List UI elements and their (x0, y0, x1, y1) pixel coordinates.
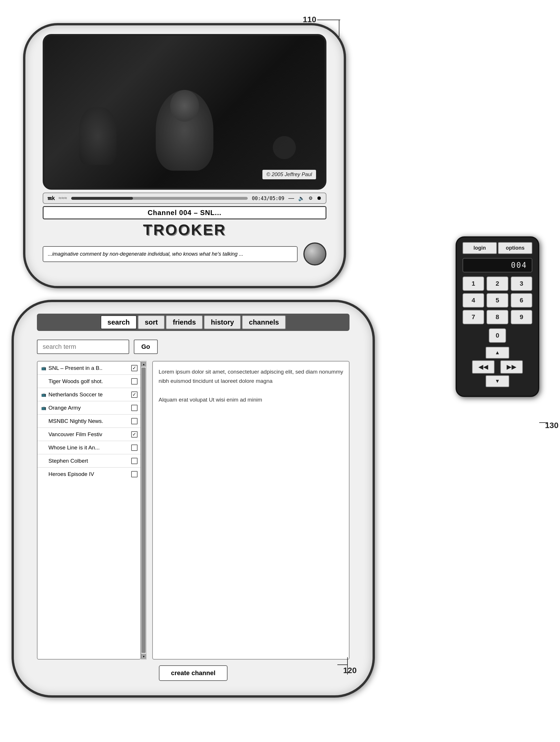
item-icon (40, 444, 47, 451)
record-icon[interactable]: ⏺ (317, 195, 322, 201)
item-icon (40, 378, 47, 384)
nav-left-button[interactable]: ◀◀ (472, 360, 495, 374)
item-label: MSNBC Nightly News. (48, 418, 130, 424)
tv-logo: 𝖒𝗄 (47, 195, 54, 202)
list-item[interactable]: Vancouver Film Festiv (38, 428, 141, 441)
scroll-down-btn[interactable]: ▼ (141, 654, 146, 659)
item-icon (40, 418, 47, 424)
bracket-line-120b (347, 657, 348, 675)
progress-bar[interactable] (71, 197, 248, 200)
num-btn-4[interactable]: 4 (463, 293, 484, 308)
eq-icon: ≈≈≈ (58, 195, 67, 201)
nav-right-button[interactable]: ▶▶ (500, 360, 523, 374)
item-check[interactable] (131, 405, 138, 411)
item-check[interactable] (131, 418, 138, 424)
list-item[interactable]: 📺 Netherlands Soccer te (38, 388, 141, 401)
num-btn-9[interactable]: 9 (511, 310, 532, 324)
numpad: 1 2 3 4 5 6 7 8 9 (463, 276, 532, 324)
tab-search[interactable]: search (101, 315, 137, 329)
list-with-scroll: 📺 SNL – Present in a B.. Tiger Woods gol… (37, 361, 147, 659)
num-btn-1[interactable]: 1 (463, 276, 484, 291)
num-btn-5[interactable]: 5 (487, 293, 508, 308)
copyright-text: © 2005 Jeffrey Paul (262, 170, 316, 179)
bracket-line-130 (539, 422, 548, 423)
num-btn-2[interactable]: 2 (487, 276, 508, 291)
item-label: Orange Army (48, 405, 130, 411)
item-check[interactable] (131, 444, 138, 451)
item-check[interactable] (131, 431, 138, 438)
item-icon: 📺 (40, 391, 47, 398)
item-icon: 📺 (40, 365, 47, 371)
item-label: Whose Line is it An... (48, 444, 130, 451)
tv-lower: search sort friends history channels Go … (11, 300, 375, 698)
label-110: 110 (303, 15, 316, 24)
options-button[interactable]: options (498, 242, 532, 254)
list-item[interactable]: Whose Line is it An... (38, 441, 141, 454)
item-check[interactable] (131, 365, 138, 371)
item-check[interactable] (131, 391, 138, 398)
tab-history[interactable]: history (204, 315, 241, 329)
separator-line: — (288, 195, 294, 202)
settings-icon[interactable]: ⚙ (309, 196, 313, 201)
item-check[interactable] (131, 471, 138, 477)
nav-down-button[interactable]: ▼ (486, 375, 509, 387)
num-btn-0[interactable]: 0 (489, 328, 506, 343)
item-label: Netherlands Soccer te (48, 391, 130, 398)
remote-top-buttons: login options (463, 242, 532, 254)
remote-control: login options 004 1 2 3 4 5 6 7 8 9 0 ▲ … (456, 236, 539, 397)
num-btn-7[interactable]: 7 (463, 310, 484, 324)
bracket-line-120 (338, 665, 348, 665)
comment-box: ...imaginative comment by non-degenerate… (43, 246, 298, 262)
label-120: 120 (343, 666, 357, 675)
item-label: Tiger Woods golf shot. (48, 378, 130, 384)
zero-row: 0 (463, 328, 532, 343)
remote-nav: ▲ ◀◀ ▶▶ ▼ (463, 347, 532, 387)
controls-bar: 𝖒𝗄 ≈≈≈ 00:43/05:09 — 🔈 ⚙ ⏺ (43, 193, 326, 204)
search-input[interactable] (37, 339, 129, 354)
playback-time: 00:43/05:09 (252, 196, 284, 201)
list-item[interactable]: 📺 SNL – Present in a B.. (38, 362, 141, 375)
channel-display: 004 (463, 258, 532, 272)
login-button[interactable]: login (463, 242, 497, 254)
item-label: Vancouver Film Festiv (48, 431, 130, 438)
bracket-line (317, 19, 340, 20)
tv-upper: © 2005 Jeffrey Paul 𝖒𝗄 ≈≈≈ 00:43/05:09 —… (23, 23, 346, 288)
tab-friends[interactable]: friends (166, 315, 203, 329)
item-label: SNL – Present in a B.. (48, 365, 130, 371)
go-button[interactable]: Go (134, 339, 158, 354)
scroll-thumb[interactable] (142, 368, 146, 653)
list-item[interactable]: 📺 Orange Army (38, 401, 141, 415)
scroll-up-btn[interactable]: ▲ (141, 362, 146, 366)
item-check[interactable] (131, 458, 138, 464)
scrollbar[interactable]: ▲ ▼ (141, 361, 147, 659)
volume-knob[interactable] (303, 243, 326, 265)
bracket-line-b (339, 19, 340, 37)
search-area: Go (37, 339, 350, 354)
tab-channels[interactable]: channels (242, 315, 286, 329)
main-content: 📺 SNL – Present in a B.. Tiger Woods gol… (37, 361, 350, 659)
num-btn-3[interactable]: 3 (511, 276, 532, 291)
nav-middle: ◀◀ ▶▶ (472, 360, 523, 374)
item-label: Stephen Colbert (48, 458, 130, 464)
item-icon (40, 458, 47, 464)
list-item[interactable]: Stephen Colbert (38, 454, 141, 468)
num-btn-6[interactable]: 6 (511, 293, 532, 308)
nav-up-button[interactable]: ▲ (486, 347, 509, 359)
volume-icon[interactable]: 🔈 (298, 195, 305, 202)
item-icon (40, 431, 47, 438)
description-panel: Lorem ipsum dolor sit amet, consectetuer… (152, 361, 350, 659)
results-list: 📺 SNL – Present in a B.. Tiger Woods gol… (37, 361, 141, 659)
create-channel-button[interactable]: create channel (159, 665, 227, 681)
comment-area: ...imaginative comment by non-degenerate… (43, 243, 326, 265)
list-item[interactable]: Heroes Episode IV (38, 468, 141, 481)
num-btn-8[interactable]: 8 (487, 310, 508, 324)
tab-sort[interactable]: sort (138, 315, 165, 329)
item-check[interactable] (131, 378, 138, 384)
item-label: Heroes Episode IV (48, 471, 130, 477)
list-item[interactable]: MSNBC Nightly News. (38, 415, 141, 428)
item-icon (40, 471, 47, 477)
item-icon: 📺 (40, 405, 47, 411)
list-item[interactable]: Tiger Woods golf shot. (38, 375, 141, 388)
channel-bar: Channel 004 – SNL... (43, 206, 326, 219)
brand-logo: TROOKER (143, 221, 226, 238)
